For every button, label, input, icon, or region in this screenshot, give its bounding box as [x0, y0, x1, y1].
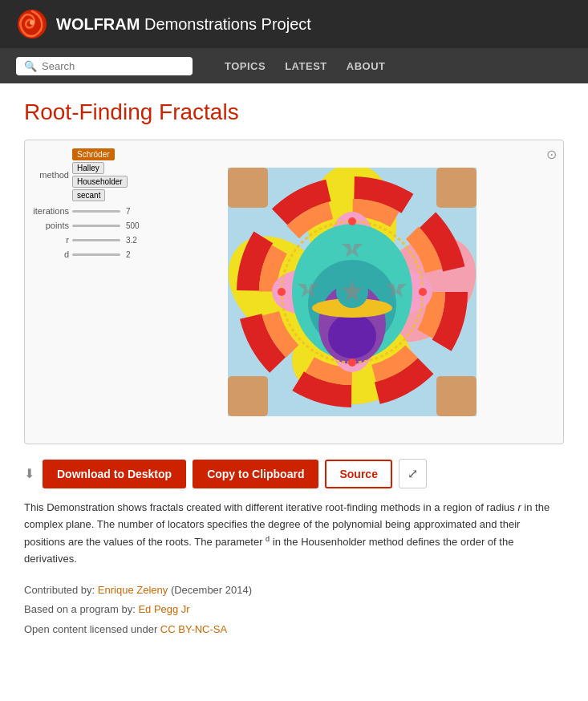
copy-button[interactable]: Copy to Clipboard	[193, 460, 318, 488]
points-row: points 500	[33, 221, 141, 230]
svg-point-33	[419, 288, 427, 296]
svg-rect-36	[228, 376, 268, 416]
r-slider[interactable]	[72, 239, 120, 241]
fractal-visualization	[149, 148, 555, 436]
method-buttons: Schröder Halley Householder secant	[72, 148, 141, 201]
r-value: 3.2	[126, 236, 137, 245]
method-btn-schroder[interactable]: Schröder	[72, 148, 115, 160]
nav-topics[interactable]: TOPICS	[225, 60, 266, 72]
d-row: d 2	[33, 249, 141, 259]
demo-container: ⊙ method Schröder Halley Householder sec…	[24, 140, 564, 444]
iterations-label: iterations	[33, 206, 69, 216]
method-btn-secant[interactable]: secant	[72, 189, 105, 201]
iterations-slider[interactable]	[72, 210, 120, 213]
logo: WOLFRAM Demonstrations Project	[16, 8, 311, 40]
page-title: Root-Finding Fractals	[24, 99, 564, 125]
svg-point-22	[328, 314, 376, 359]
main-content: Root-Finding Fractals ⊙ method Schröder …	[0, 83, 588, 656]
wolfram-logo-icon	[16, 8, 48, 40]
svg-point-32	[278, 288, 286, 296]
contributed-by-line: Contributed by: Enrique Zeleny (December…	[24, 581, 564, 601]
search-icon: 🔍	[24, 60, 37, 72]
action-buttons: ⬇ Download to Desktop Copy to Clipboard …	[24, 459, 564, 488]
method-btn-householder[interactable]: Householder	[72, 176, 128, 188]
download-button[interactable]: Download to Desktop	[43, 460, 186, 488]
license-label: Open content licensed under	[24, 623, 157, 635]
navbar: 🔍 TOPICS LATEST ABOUT	[0, 48, 588, 83]
based-on-line: Based on a program by: Ed Pegg Jr	[24, 600, 564, 620]
contributed-by-date: (December 2014)	[171, 584, 252, 596]
source-button[interactable]: Source	[325, 460, 391, 488]
method-label: method	[33, 170, 69, 180]
nav-about[interactable]: ABOUT	[347, 60, 386, 72]
fullscreen-button[interactable]: ⤢	[399, 459, 427, 488]
svg-rect-34	[228, 168, 268, 208]
license-link[interactable]: CC BY-NC-SA	[160, 623, 227, 635]
iterations-row: iterations 7	[33, 206, 141, 216]
description-text: This Demonstration shows fractals create…	[24, 500, 564, 568]
based-on-link[interactable]: Ed Pegg Jr	[138, 603, 189, 615]
iterations-value: 7	[126, 207, 131, 216]
r-row: r 3.2	[33, 235, 141, 245]
license-line: Open content licensed under CC BY-NC-SA	[24, 620, 564, 640]
svg-point-30	[348, 217, 356, 225]
points-value: 500	[126, 221, 140, 230]
points-slider[interactable]	[72, 225, 120, 227]
r-label: r	[33, 235, 69, 245]
site-title: WOLFRAM Demonstrations Project	[56, 15, 311, 34]
d-label: d	[33, 249, 69, 259]
expand-icon[interactable]: ⊙	[546, 147, 557, 162]
fractal-image	[228, 168, 476, 416]
points-label: points	[33, 221, 69, 230]
contributed-by-label: Contributed by:	[24, 584, 95, 596]
method-btn-halley[interactable]: Halley	[72, 162, 104, 174]
site-header: WOLFRAM Demonstrations Project	[0, 0, 588, 48]
credits: Contributed by: Enrique Zeleny (December…	[24, 581, 564, 640]
svg-rect-35	[436, 168, 476, 208]
download-icon: ⬇	[24, 466, 34, 481]
controls-panel: method Schröder Halley Householder secan…	[33, 148, 141, 436]
based-on-label: Based on a program by:	[24, 603, 136, 615]
svg-point-1	[30, 20, 34, 25]
nav-links: TOPICS LATEST ABOUT	[225, 60, 385, 72]
search-box[interactable]: 🔍	[16, 57, 193, 75]
search-input[interactable]	[42, 60, 185, 72]
d-value: 2	[126, 250, 131, 259]
contributed-by-link[interactable]: Enrique Zeleny	[98, 584, 168, 596]
d-slider[interactable]	[72, 253, 120, 256]
svg-rect-37	[436, 376, 476, 416]
nav-latest[interactable]: LATEST	[285, 60, 327, 72]
method-control-row: method Schröder Halley Householder secan…	[33, 148, 141, 201]
svg-point-31	[348, 359, 356, 367]
